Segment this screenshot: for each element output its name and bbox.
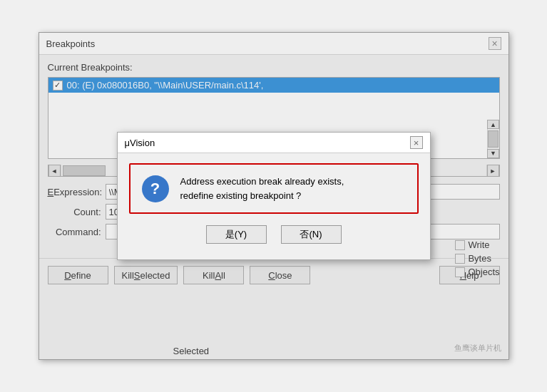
- message-box: ? Address execution break already exists…: [129, 163, 419, 214]
- sub-dialog-title: μVision: [125, 138, 155, 148]
- breakpoints-dialog: Breakpoints × Current Breakpoints: ✓ 00:…: [39, 32, 509, 360]
- sub-dialog-body: ? Address execution break already exists…: [118, 153, 430, 259]
- sub-close-button[interactable]: ×: [410, 136, 423, 149]
- sub-buttons-bar: 是(Y) 否(N): [129, 225, 419, 249]
- message-text: Address execution break already exists,r…: [180, 175, 344, 202]
- yes-button[interactable]: 是(Y): [206, 225, 267, 244]
- question-icon: ?: [142, 175, 169, 202]
- sub-titlebar: μVision ×: [118, 133, 430, 153]
- uvision-dialog: μVision × ? Address execution break alre…: [117, 132, 431, 260]
- modal-backdrop: μVision × ? Address execution break alre…: [39, 33, 508, 359]
- no-button[interactable]: 否(N): [281, 225, 342, 244]
